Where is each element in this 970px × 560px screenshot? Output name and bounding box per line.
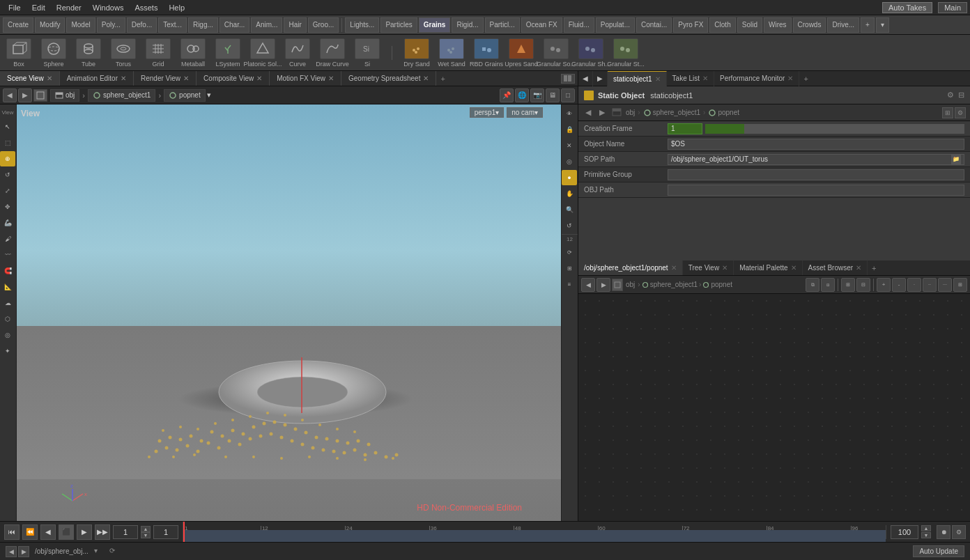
- tb-particl[interactable]: Particl...: [485, 17, 520, 33]
- tab-render-view[interactable]: Render View ✕: [134, 71, 197, 86]
- icon-select-arrow[interactable]: ↖: [0, 119, 15, 134]
- creation-frame-input[interactable]: 1: [668, 123, 702, 134]
- nt-flag1[interactable]: ⧉: [806, 278, 819, 292]
- tab-composite-view[interactable]: Composite View ✕: [197, 71, 270, 86]
- node-tab-treeview[interactable]: Tree View ✕: [683, 260, 734, 276]
- nt-snap[interactable]: ⊟: [856, 278, 870, 292]
- nt-dot2[interactable]: ··: [923, 278, 937, 292]
- tb-particles[interactable]: Particles: [380, 17, 417, 33]
- tool-metaball[interactable]: Metaball: [177, 38, 209, 68]
- timeline-settings[interactable]: ⚙: [952, 525, 966, 539]
- transport-rewind[interactable]: ⏮: [4, 524, 20, 540]
- tb-contai[interactable]: Contai...: [636, 17, 672, 33]
- close-motion-fx[interactable]: ✕: [328, 75, 334, 82]
- view-layout-btn[interactable]: [561, 74, 575, 84]
- tb-rigg[interactable]: Rigg...: [188, 17, 218, 33]
- sop-path-browse[interactable]: 📁: [951, 155, 961, 164]
- tb-text[interactable]: Text...: [158, 17, 187, 33]
- viewport-3d[interactable]: x z HD Non-Commercial Edition View persp…: [17, 104, 578, 521]
- tb-cloth[interactable]: Cloth: [709, 17, 735, 33]
- tb-rigid[interactable]: Rigid...: [452, 17, 483, 33]
- timeline-track[interactable]: 1 12 24 36 48 60 72 84 96: [183, 522, 886, 542]
- vp-icon-7[interactable]: ≡: [562, 277, 577, 292]
- prop-takelist-tab[interactable]: Take List ✕: [667, 71, 714, 86]
- path-dropdown[interactable]: ▾: [207, 91, 221, 100]
- tool-granularst[interactable]: Granular St...: [610, 38, 642, 68]
- prop-perfmon-tab[interactable]: Performance Monitor ✕: [714, 71, 799, 86]
- close-animation-editor[interactable]: ✕: [121, 75, 126, 82]
- view-display[interactable]: 🖥: [546, 88, 560, 102]
- icon-measure[interactable]: 📐: [0, 279, 15, 295]
- close-take-tab[interactable]: ✕: [702, 75, 708, 82]
- end-frame-up[interactable]: ▲: [921, 525, 931, 531]
- icon-pose[interactable]: 🦾: [0, 215, 15, 231]
- close-scene-view[interactable]: ✕: [47, 75, 52, 82]
- tb-hair[interactable]: Hair: [284, 17, 306, 33]
- persp-button[interactable]: persp1▾: [470, 107, 505, 118]
- prop-gear-icon[interactable]: ⚙: [947, 91, 954, 100]
- icon-misc3[interactable]: ✦: [0, 343, 15, 359]
- tb-pyro[interactable]: Pyro FX: [673, 17, 708, 33]
- icon-scale[interactable]: ⤢: [0, 183, 15, 199]
- tool-torus[interactable]: Torus: [107, 38, 139, 68]
- close-render-view[interactable]: ✕: [183, 75, 189, 82]
- tool-drysand[interactable]: Dry Sand: [401, 38, 433, 68]
- tool-si[interactable]: Si Si: [351, 38, 383, 68]
- auto-update-button[interactable]: Auto Update: [913, 545, 964, 557]
- start-frame-input[interactable]: [153, 525, 178, 539]
- tb-wires[interactable]: Wires: [764, 17, 792, 33]
- tb-populat[interactable]: Populat...: [596, 17, 635, 33]
- tool-granularso[interactable]: Granular So...: [540, 38, 572, 68]
- frame-down[interactable]: ▼: [141, 532, 151, 538]
- view-back[interactable]: ◀: [3, 88, 17, 102]
- view-cam[interactable]: 📷: [530, 88, 544, 102]
- view-path-level1[interactable]: sphere_object1: [88, 89, 155, 102]
- add-view-tab[interactable]: +: [436, 73, 449, 84]
- frame-up[interactable]: ▲: [141, 526, 151, 532]
- sop-path-input[interactable]: /obj/sphere_object1/OUT_torus 📁: [668, 154, 964, 165]
- cam-button[interactable]: no cam▾: [507, 107, 543, 118]
- tb-poly[interactable]: Poly...: [97, 17, 125, 33]
- view-pin[interactable]: 📌: [500, 88, 514, 102]
- menu-help[interactable]: Help: [163, 2, 190, 13]
- tb-groo[interactable]: Groo...: [308, 17, 339, 33]
- tool-grid[interactable]: Grid: [142, 38, 174, 68]
- tb-lights[interactable]: Lights...: [345, 17, 379, 33]
- icon-cloud[interactable]: ☁: [0, 295, 15, 311]
- icon-misc2[interactable]: ◎: [0, 327, 15, 343]
- close-node-popnet[interactable]: ✕: [671, 264, 677, 272]
- nt-grid[interactable]: ⊞: [953, 278, 967, 292]
- tool-platonic[interactable]: Platonic Sol...: [247, 38, 279, 68]
- bottom-forward[interactable]: ▶: [18, 546, 29, 557]
- node-tab-popnet[interactable]: /obj/sphere_object1/popnet ✕: [578, 260, 683, 276]
- menu-windows[interactable]: Windows: [87, 2, 130, 13]
- tool-upressand[interactable]: Upres Sand: [505, 38, 537, 68]
- transport-stop[interactable]: ⬛: [59, 524, 74, 540]
- prop-tab-forward[interactable]: ▶: [593, 71, 608, 86]
- bottom-refresh-icon[interactable]: ⟳: [109, 547, 119, 557]
- tb-crowds[interactable]: Crowds: [793, 17, 826, 33]
- nt-forward[interactable]: ▶: [596, 278, 610, 292]
- icon-paint[interactable]: 🖌: [0, 231, 15, 247]
- nt-zoom-in[interactable]: +: [877, 278, 891, 292]
- vp-icon-lock[interactable]: 🔒: [562, 122, 577, 137]
- view-forward[interactable]: ▶: [18, 88, 32, 102]
- transport-play[interactable]: ▶: [77, 524, 92, 540]
- nt-back[interactable]: ◀: [581, 278, 595, 292]
- vp-icon-active[interactable]: ●: [562, 170, 577, 185]
- primitive-group-input[interactable]: [668, 169, 964, 180]
- bottom-path-arrow[interactable]: ▾: [94, 547, 104, 557]
- end-frame-input[interactable]: [891, 525, 918, 539]
- tb-char[interactable]: Char...: [220, 17, 249, 33]
- end-frame-down[interactable]: ▼: [921, 532, 931, 538]
- tool-box[interactable]: Box: [3, 38, 35, 68]
- tb-defo[interactable]: Defo...: [127, 17, 157, 33]
- node-tab-material[interactable]: Material Palette ✕: [734, 260, 802, 276]
- close-composite-view[interactable]: ✕: [256, 75, 262, 82]
- prop-path-btn2[interactable]: ⚙: [955, 107, 966, 118]
- close-perf-tab[interactable]: ✕: [787, 75, 793, 82]
- vp-icon-zoom[interactable]: 🔍: [562, 202, 577, 217]
- view-path-level2[interactable]: popnet: [164, 89, 206, 102]
- icon-handle[interactable]: ✥: [0, 199, 15, 215]
- transport-step-back[interactable]: ◀: [40, 524, 56, 540]
